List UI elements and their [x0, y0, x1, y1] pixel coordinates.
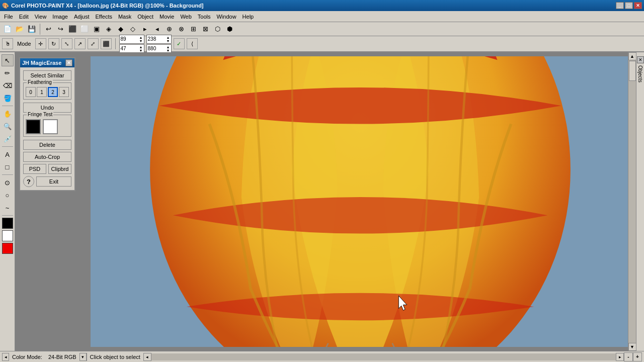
tool-sep2 [2, 146, 13, 147]
tb-icon13[interactable]: ⬡ [212, 24, 223, 35]
tb-icon1[interactable]: ⬛ [67, 24, 78, 35]
zoom-in-button[interactable]: + [633, 352, 642, 361]
clipbrd-button[interactable]: Clipbrd [48, 164, 71, 174]
picker-tool[interactable]: 💉 [2, 133, 14, 145]
menu-effects[interactable]: Effects [93, 13, 115, 21]
menu-window[interactable]: Window [213, 13, 239, 21]
apply-button[interactable]: ✓ [174, 38, 185, 49]
menu-edit[interactable]: Edit [16, 13, 32, 21]
menu-image[interactable]: Image [49, 13, 71, 21]
tb-icon2[interactable]: ⬜ [79, 24, 90, 35]
feather-0[interactable]: 0 [26, 87, 36, 97]
tb-icon14[interactable]: ⬢ [224, 24, 235, 35]
exit-button[interactable]: Exit [36, 176, 71, 187]
vertical-scrollbar: ▲ ▼ [628, 52, 636, 351]
tb-icon5[interactable]: ◆ [115, 24, 126, 35]
select-tool[interactable]: ↖ [2, 54, 14, 66]
fill-color[interactable] [2, 243, 13, 254]
undo-button[interactable]: Undo [23, 103, 71, 113]
redo-toolbar-button[interactable]: ↪ [55, 24, 66, 35]
help-button[interactable]: ? [23, 176, 34, 187]
mode-distort[interactable]: ⤢ [88, 38, 99, 49]
feathering-buttons: 0 1 2 3 [26, 87, 69, 97]
minimize-button[interactable]: _ [616, 2, 624, 9]
new-button[interactable]: 📄 [2, 24, 13, 35]
scroll-down-button[interactable]: ▼ [628, 343, 636, 351]
mode-rotate[interactable]: ↻ [48, 38, 59, 49]
select-similar-button[interactable]: Select Similar [23, 70, 71, 80]
scroll-track-horizontal[interactable] [151, 353, 616, 360]
tb-icon11[interactable]: ⊞ [188, 24, 199, 35]
zoom-out-button[interactable]: - [624, 352, 633, 361]
toolbar2: 🖱 Mode ✛ ↻ ⤡ ↗ ⤢ ⬛ 89 ▲▼ 47 ▲▼ 238 ▲▼ 88… [0, 36, 644, 52]
feather-2[interactable]: 2 [48, 87, 58, 97]
scroll-track-vertical[interactable] [628, 60, 636, 343]
statusbar-arrow[interactable]: ◂ [2, 353, 9, 361]
tb-icon12[interactable]: ⊠ [200, 24, 211, 35]
plugin-panel: JH MagicErase ✕ Select Similar Featherin… [19, 57, 75, 191]
tb-icon10[interactable]: ⊗ [176, 24, 187, 35]
titlebar-left: 🎨 Corel PHOTO-PAINT X4 - [balloon.jpg (2… [2, 3, 204, 9]
black-swatch[interactable] [26, 119, 41, 134]
smear-tool[interactable]: ~ [2, 202, 14, 214]
open-button[interactable]: 📂 [14, 24, 25, 35]
panel-close-button[interactable]: ✕ [65, 59, 72, 66]
objects-panel-close[interactable]: ✕ [637, 56, 644, 63]
fill-tool[interactable]: 🪣 [2, 92, 14, 104]
hand-tool[interactable]: ✋ [2, 108, 14, 120]
menu-object[interactable]: Object [134, 13, 156, 21]
coord-x-input[interactable]: 89 ▲▼ [119, 35, 144, 44]
background-color[interactable] [2, 230, 13, 241]
reset-button[interactable]: ⟨ [187, 38, 198, 49]
foreground-color[interactable] [2, 218, 13, 229]
tb-icon9[interactable]: ⊕ [164, 24, 175, 35]
tb-icon3[interactable]: ▣ [91, 24, 102, 35]
feather-1[interactable]: 1 [37, 87, 47, 97]
color-mode-dropdown[interactable]: ▾ [79, 353, 87, 361]
objects-panel[interactable]: ✕ Objects [636, 52, 644, 351]
feather-3[interactable]: 3 [59, 87, 69, 97]
scroll-thumb-vertical[interactable] [629, 61, 636, 81]
scroll-up-button[interactable]: ▲ [628, 52, 636, 60]
menu-web[interactable]: Web [177, 13, 194, 21]
tb-icon8[interactable]: ◂ [151, 24, 163, 35]
menu-tools[interactable]: Tools [195, 13, 214, 21]
white-swatch[interactable] [43, 119, 58, 134]
menu-mask[interactable]: Mask [115, 13, 134, 21]
mode-perspective[interactable]: ⬛ [101, 38, 112, 49]
tb-icon6[interactable]: ◇ [127, 24, 138, 35]
bottom-row: PSD Clipbrd [23, 164, 71, 174]
scroll-left-button[interactable]: ◂ [143, 353, 151, 361]
auto-crop-button[interactable]: Auto-Crop [23, 152, 71, 162]
scroll-right-button[interactable]: ▸ [616, 353, 624, 361]
text-tool[interactable]: A [2, 148, 14, 160]
mode-normal[interactable]: ✛ [35, 38, 46, 49]
undo-toolbar-button[interactable]: ↩ [43, 24, 54, 35]
coord-w-input[interactable]: 238 ▲▼ [146, 35, 172, 44]
tb-icon4[interactable]: ◈ [103, 24, 114, 35]
psd-button[interactable]: PSD [23, 164, 46, 174]
mode-pick-button[interactable]: 🖱 [2, 38, 13, 49]
mode-scale[interactable]: ⤡ [61, 38, 72, 49]
tb-icon7[interactable]: ▸ [139, 24, 150, 35]
menu-movie[interactable]: Movie [156, 13, 177, 21]
delete-button[interactable]: Delete [23, 140, 71, 150]
close-button[interactable]: ✕ [634, 2, 642, 9]
paint-tool[interactable]: ✏ [2, 67, 14, 79]
help-exit-row: ? Exit [23, 176, 71, 187]
dodge-tool[interactable]: ○ [2, 189, 14, 201]
menu-help[interactable]: Help [239, 13, 257, 21]
save-button[interactable]: 💾 [26, 24, 37, 35]
eraser-tool[interactable]: ⌫ [2, 79, 14, 92]
maximize-button[interactable]: □ [625, 2, 633, 9]
coord-h-input[interactable]: 880 ▲▼ [146, 44, 172, 53]
coord-y-input[interactable]: 47 ▲▼ [119, 44, 144, 53]
menu-file[interactable]: File [1, 13, 16, 21]
shape-tool[interactable]: □ [2, 161, 14, 173]
toolbar1: 📄 📂 💾 ↩ ↪ ⬛ ⬜ ▣ ◈ ◆ ◇ ▸ ◂ ⊕ ⊗ ⊞ ⊠ ⬡ ⬢ [0, 22, 644, 36]
menu-adjust[interactable]: Adjust [71, 13, 93, 21]
menu-view[interactable]: View [32, 13, 50, 21]
clone-tool[interactable]: ⊙ [2, 176, 14, 189]
mode-skew[interactable]: ↗ [74, 38, 86, 49]
zoom-tool[interactable]: 🔍 [2, 120, 14, 132]
